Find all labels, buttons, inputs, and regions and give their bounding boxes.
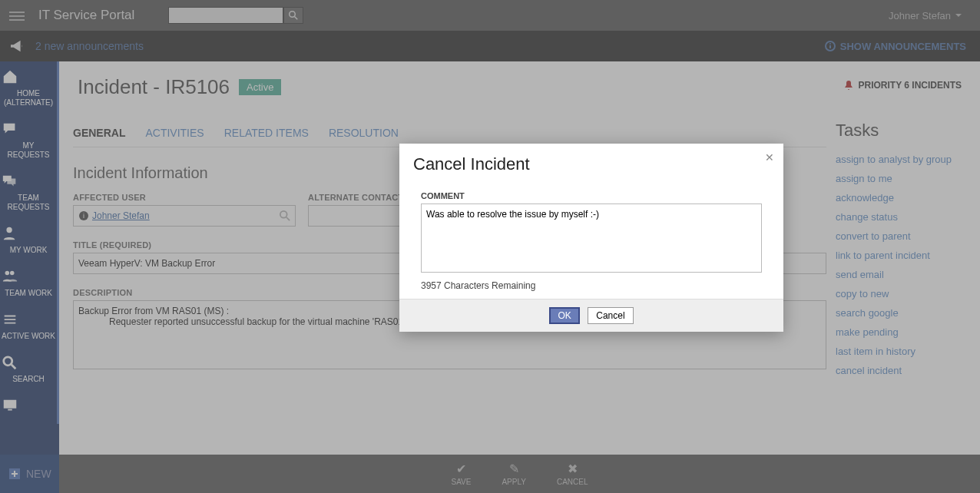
comment-textarea[interactable] [421,203,762,273]
modal-ok-button[interactable]: OK [549,307,579,324]
chars-remaining: 3957 Characters Remaining [421,280,762,291]
modal-title: Cancel Incident [413,154,770,174]
modal-cancel-button[interactable]: Cancel [588,307,633,324]
comment-label: COMMENT [421,191,762,200]
cancel-incident-modal: Cancel Incident ✕ COMMENT 3957 Character… [399,144,783,332]
close-icon[interactable]: ✕ [765,151,774,164]
